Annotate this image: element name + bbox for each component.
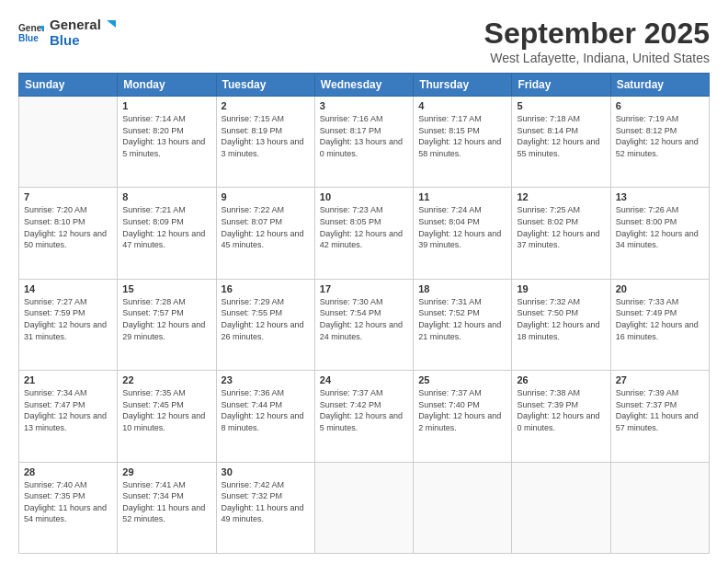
weekday-header-row: SundayMondayTuesdayWednesdayThursdayFrid… — [19, 74, 710, 97]
calendar-day-cell: 4Sunrise: 7:17 AMSunset: 8:15 PMDaylight… — [414, 97, 512, 188]
calendar-week-row: 21Sunrise: 7:34 AMSunset: 7:47 PMDayligh… — [19, 371, 710, 462]
day-number: 19 — [517, 283, 605, 294]
logo-icon: General Blue — [18, 20, 44, 46]
svg-text:General: General — [18, 23, 44, 33]
day-number: 30 — [222, 466, 310, 477]
day-info: Sunrise: 7:22 AMSunset: 8:07 PMDaylight:… — [222, 204, 310, 250]
day-info: Sunrise: 7:32 AMSunset: 7:50 PMDaylight:… — [517, 296, 605, 342]
calendar-day-cell: 27Sunrise: 7:39 AMSunset: 7:37 PMDayligh… — [610, 371, 709, 462]
logo: General Blue General Blue — [18, 17, 116, 49]
day-info: Sunrise: 7:36 AMSunset: 7:44 PMDaylight:… — [222, 387, 310, 433]
svg-text:Blue: Blue — [18, 33, 39, 43]
day-info: Sunrise: 7:26 AMSunset: 8:00 PMDaylight:… — [616, 204, 704, 250]
logo-blue: Blue — [50, 32, 80, 48]
day-number: 14 — [24, 283, 112, 294]
calendar-day-cell: 25Sunrise: 7:37 AMSunset: 7:40 PMDayligh… — [414, 371, 512, 462]
day-number: 27 — [616, 374, 704, 385]
weekday-header-cell: Sunday — [19, 74, 118, 97]
page: General Blue General Blue September 2025… — [0, 0, 728, 563]
day-info: Sunrise: 7:37 AMSunset: 7:40 PMDaylight:… — [418, 387, 506, 433]
calendar-week-row: 28Sunrise: 7:40 AMSunset: 7:35 PMDayligh… — [19, 462, 710, 553]
day-info: Sunrise: 7:18 AMSunset: 8:14 PMDaylight:… — [517, 113, 605, 159]
day-info: Sunrise: 7:39 AMSunset: 7:37 PMDaylight:… — [616, 387, 704, 433]
day-number: 26 — [517, 374, 605, 385]
calendar-day-cell — [314, 462, 413, 553]
calendar-day-cell: 19Sunrise: 7:32 AMSunset: 7:50 PMDayligh… — [512, 279, 610, 370]
calendar-day-cell: 14Sunrise: 7:27 AMSunset: 7:59 PMDayligh… — [19, 279, 118, 370]
day-number: 24 — [320, 374, 408, 385]
weekday-header-cell: Friday — [512, 74, 610, 97]
calendar-day-cell: 1Sunrise: 7:14 AMSunset: 8:20 PMDaylight… — [118, 97, 216, 188]
calendar-day-cell: 22Sunrise: 7:35 AMSunset: 7:45 PMDayligh… — [118, 371, 216, 462]
weekday-header-cell: Monday — [118, 74, 216, 97]
day-number: 18 — [418, 283, 506, 294]
calendar-day-cell: 13Sunrise: 7:26 AMSunset: 8:00 PMDayligh… — [610, 188, 709, 279]
calendar-week-row: 7Sunrise: 7:20 AMSunset: 8:10 PMDaylight… — [19, 188, 710, 279]
day-info: Sunrise: 7:35 AMSunset: 7:45 PMDaylight:… — [122, 387, 210, 433]
calendar-day-cell: 3Sunrise: 7:16 AMSunset: 8:17 PMDaylight… — [314, 97, 413, 188]
day-info: Sunrise: 7:33 AMSunset: 7:49 PMDaylight:… — [616, 296, 704, 342]
day-number: 15 — [122, 283, 210, 294]
calendar-day-cell: 16Sunrise: 7:29 AMSunset: 7:55 PMDayligh… — [216, 279, 314, 370]
calendar-day-cell — [512, 462, 610, 553]
calendar-day-cell: 24Sunrise: 7:37 AMSunset: 7:42 PMDayligh… — [314, 371, 413, 462]
day-number: 8 — [122, 191, 210, 202]
day-info: Sunrise: 7:20 AMSunset: 8:10 PMDaylight:… — [24, 204, 112, 250]
calendar-day-cell: 5Sunrise: 7:18 AMSunset: 8:14 PMDaylight… — [512, 97, 610, 188]
day-number: 21 — [24, 374, 112, 385]
day-info: Sunrise: 7:16 AMSunset: 8:17 PMDaylight:… — [320, 113, 408, 159]
month-title: September 2025 — [484, 17, 710, 51]
calendar-day-cell: 11Sunrise: 7:24 AMSunset: 8:04 PMDayligh… — [414, 188, 512, 279]
logo-general: General — [50, 17, 101, 32]
day-number: 9 — [222, 191, 310, 202]
day-number: 4 — [418, 100, 506, 111]
day-info: Sunrise: 7:27 AMSunset: 7:59 PMDaylight:… — [24, 296, 112, 342]
day-info: Sunrise: 7:38 AMSunset: 7:39 PMDaylight:… — [517, 387, 605, 433]
day-info: Sunrise: 7:21 AMSunset: 8:09 PMDaylight:… — [122, 204, 210, 250]
calendar-day-cell: 29Sunrise: 7:41 AMSunset: 7:34 PMDayligh… — [118, 462, 216, 553]
day-info: Sunrise: 7:23 AMSunset: 8:05 PMDaylight:… — [320, 204, 408, 250]
title-block: September 2025 West Lafayette, Indiana, … — [484, 17, 710, 65]
day-number: 6 — [616, 100, 704, 111]
location-title: West Lafayette, Indiana, United States — [484, 51, 710, 65]
day-info: Sunrise: 7:31 AMSunset: 7:52 PMDaylight:… — [418, 296, 506, 342]
calendar-body: 1Sunrise: 7:14 AMSunset: 8:20 PMDaylight… — [19, 97, 710, 554]
day-info: Sunrise: 7:19 AMSunset: 8:12 PMDaylight:… — [616, 113, 704, 159]
day-number: 25 — [418, 374, 506, 385]
calendar-table: SundayMondayTuesdayWednesdayThursdayFrid… — [18, 73, 710, 554]
calendar-day-cell: 20Sunrise: 7:33 AMSunset: 7:49 PMDayligh… — [610, 279, 709, 370]
calendar-week-row: 1Sunrise: 7:14 AMSunset: 8:20 PMDaylight… — [19, 97, 710, 188]
svg-marker-4 — [107, 20, 116, 28]
day-info: Sunrise: 7:34 AMSunset: 7:47 PMDaylight:… — [24, 387, 112, 433]
day-number: 10 — [320, 191, 408, 202]
calendar-day-cell: 23Sunrise: 7:36 AMSunset: 7:44 PMDayligh… — [216, 371, 314, 462]
weekday-header-cell: Tuesday — [216, 74, 314, 97]
day-info: Sunrise: 7:41 AMSunset: 7:34 PMDaylight:… — [122, 479, 210, 525]
day-number: 20 — [616, 283, 704, 294]
day-info: Sunrise: 7:25 AMSunset: 8:02 PMDaylight:… — [517, 204, 605, 250]
day-number: 3 — [320, 100, 408, 111]
calendar-day-cell: 7Sunrise: 7:20 AMSunset: 8:10 PMDaylight… — [19, 188, 118, 279]
day-number: 1 — [122, 100, 210, 111]
day-number: 23 — [222, 374, 310, 385]
logo-arrow-icon — [103, 18, 116, 31]
calendar-day-cell: 6Sunrise: 7:19 AMSunset: 8:12 PMDaylight… — [610, 97, 709, 188]
day-number: 17 — [320, 283, 408, 294]
day-number: 7 — [24, 191, 112, 202]
calendar-day-cell: 26Sunrise: 7:38 AMSunset: 7:39 PMDayligh… — [512, 371, 610, 462]
day-info: Sunrise: 7:42 AMSunset: 7:32 PMDaylight:… — [222, 479, 310, 525]
day-number: 13 — [616, 191, 704, 202]
weekday-header-cell: Thursday — [414, 74, 512, 97]
day-number: 11 — [418, 191, 506, 202]
day-info: Sunrise: 7:40 AMSunset: 7:35 PMDaylight:… — [24, 479, 112, 525]
calendar-day-cell: 17Sunrise: 7:30 AMSunset: 7:54 PMDayligh… — [314, 279, 413, 370]
calendar-day-cell — [610, 462, 709, 553]
day-number: 22 — [122, 374, 210, 385]
day-info: Sunrise: 7:24 AMSunset: 8:04 PMDaylight:… — [418, 204, 506, 250]
weekday-header-cell: Saturday — [610, 74, 709, 97]
day-info: Sunrise: 7:30 AMSunset: 7:54 PMDaylight:… — [320, 296, 408, 342]
day-info: Sunrise: 7:15 AMSunset: 8:19 PMDaylight:… — [222, 113, 310, 159]
calendar-day-cell: 10Sunrise: 7:23 AMSunset: 8:05 PMDayligh… — [314, 188, 413, 279]
calendar-day-cell — [414, 462, 512, 553]
day-number: 12 — [517, 191, 605, 202]
